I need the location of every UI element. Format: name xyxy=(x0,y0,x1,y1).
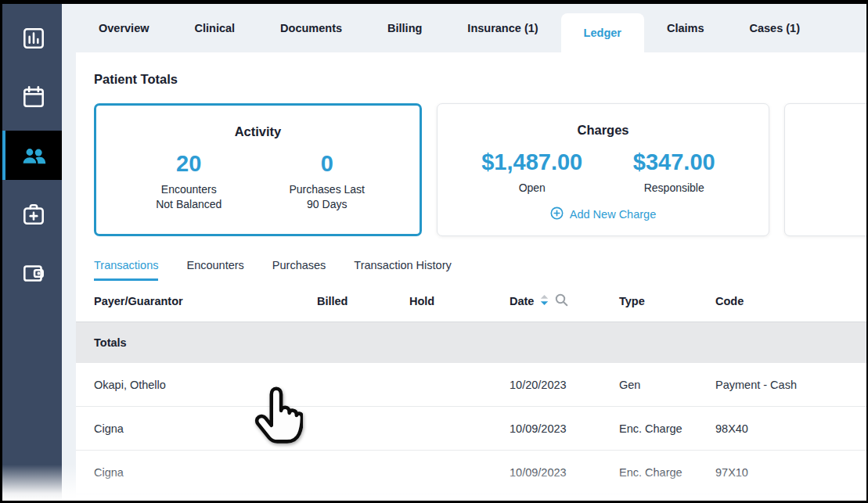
column-header-type[interactable]: Type xyxy=(619,295,715,307)
bar-chart-icon xyxy=(20,25,47,52)
column-header-date[interactable]: Date xyxy=(510,293,619,309)
subtab-encounters[interactable]: Encounters xyxy=(186,259,243,281)
add-new-charge-label: Add New Charge xyxy=(570,208,656,221)
stat-value: 0 xyxy=(276,152,378,177)
cell-code: 98X40 xyxy=(715,422,866,435)
next-card-partial xyxy=(784,103,866,236)
tab-billing[interactable]: Billing xyxy=(365,4,445,52)
tab-overview[interactable]: Overview xyxy=(76,4,172,52)
cell-type: Enc. Charge xyxy=(619,422,715,435)
subtab-purchases[interactable]: Purchases xyxy=(272,259,326,281)
stat-label: Encounters Not Balanced xyxy=(138,182,240,213)
activity-card: Activity 20 Encounters Not Balanced 0 Pu… xyxy=(94,103,422,236)
charges-card: Charges $1,487.00 Open $347.00 Responsib… xyxy=(437,103,769,236)
cell-date: 10/09/2023 xyxy=(510,466,619,479)
tab-claims[interactable]: Claims xyxy=(644,4,727,52)
add-new-charge-button[interactable]: Add New Charge xyxy=(438,207,769,222)
users-icon xyxy=(20,142,48,170)
cell-payer: Cigna xyxy=(94,466,317,479)
subtab-transaction-history[interactable]: Transaction History xyxy=(354,259,451,281)
cell-date: 10/09/2023 xyxy=(510,422,619,435)
tab-cases[interactable]: Cases (1) xyxy=(727,4,823,52)
open-charges-stat: $1,487.00 Open xyxy=(481,150,583,196)
column-header-date-label: Date xyxy=(510,295,534,307)
plus-circle-icon xyxy=(550,207,564,222)
cell-type: Gen xyxy=(619,379,715,391)
ledger-subtabs: Transactions Encounters Purchases Transa… xyxy=(94,259,866,281)
patient-tab-bar: Overview Clinical Documents Billing Insu… xyxy=(76,4,866,52)
sidebar-nav xyxy=(2,4,62,501)
sidebar-item-billing[interactable] xyxy=(2,248,62,297)
sidebar-item-clinical[interactable] xyxy=(2,189,62,239)
column-header-hold[interactable]: Hold xyxy=(409,295,510,307)
patient-totals-cards: Activity 20 Encounters Not Balanced 0 Pu… xyxy=(94,103,866,236)
responsible-charges-stat: $347.00 Responsible xyxy=(623,150,725,196)
purchases-last-90-days-stat: 0 Purchases Last 90 Days xyxy=(276,152,378,213)
page-title: Patient Totals xyxy=(94,72,866,87)
transactions-table-header: Payer/Guarantor Billed Hold Date xyxy=(76,281,866,322)
cell-code: Payment - Cash xyxy=(715,379,866,391)
tab-documents[interactable]: Documents xyxy=(258,4,365,52)
subtab-transactions[interactable]: Transactions xyxy=(94,259,158,281)
stat-value: $1,487.00 xyxy=(481,150,583,175)
stat-label: Open xyxy=(481,181,583,196)
charges-card-title: Charges xyxy=(438,123,769,138)
table-row[interactable]: Okapi, Othello 10/20/2023 Gen Payment - … xyxy=(76,363,866,407)
sidebar-item-schedule[interactable] xyxy=(2,72,62,121)
column-header-payer-guarantor[interactable]: Payer/Guarantor xyxy=(94,295,317,307)
cell-code: 97X10 xyxy=(715,466,866,479)
cell-type: Enc. Charge xyxy=(619,466,715,479)
cell-date: 10/20/2023 xyxy=(510,379,619,391)
activity-card-title: Activity xyxy=(96,124,420,139)
stat-label: Responsible xyxy=(623,181,725,196)
sidebar-item-reports[interactable] xyxy=(2,13,62,63)
wallet-icon xyxy=(20,260,47,286)
column-header-code[interactable]: Code xyxy=(715,295,866,307)
medkit-icon xyxy=(20,201,47,228)
tab-ledger[interactable]: Ledger xyxy=(561,13,644,52)
stat-value: $347.00 xyxy=(623,150,725,175)
app-window: Overview Clinical Documents Billing Insu… xyxy=(0,0,868,503)
encounters-not-balanced-stat: 20 Encounters Not Balanced xyxy=(138,152,240,213)
table-row[interactable]: Cigna 10/09/2023 Enc. Charge 97X10 xyxy=(76,451,866,494)
stat-value: 20 xyxy=(138,152,240,177)
tab-insurance[interactable]: Insurance (1) xyxy=(445,4,560,52)
search-icon[interactable] xyxy=(555,293,568,309)
calendar-icon xyxy=(20,84,47,110)
tab-clinical[interactable]: Clinical xyxy=(172,4,258,52)
stat-label: Purchases Last 90 Days xyxy=(276,182,378,213)
ledger-content: Patient Totals Activity 20 Encounters No… xyxy=(76,52,866,501)
sidebar-item-patients[interactable] xyxy=(2,131,62,180)
cell-payer: Okapi, Othello xyxy=(94,379,317,391)
column-header-billed[interactable]: Billed xyxy=(317,295,409,307)
table-row[interactable]: Cigna 10/09/2023 Enc. Charge 98X40 xyxy=(76,407,866,451)
sort-descending-icon[interactable] xyxy=(539,294,549,308)
totals-row: Totals xyxy=(76,322,866,363)
totals-label: Totals xyxy=(94,336,127,349)
cell-payer: Cigna xyxy=(94,422,317,435)
